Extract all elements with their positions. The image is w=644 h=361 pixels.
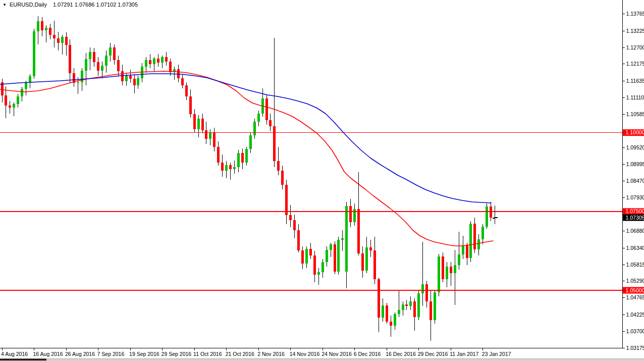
price-tick-label: 1.05815	[626, 262, 644, 268]
bull-candle-body	[197, 119, 200, 130]
bull-candle-body	[249, 135, 252, 149]
bull-candle-body	[29, 76, 31, 82]
bull-candle-body	[145, 60, 147, 66]
date-tick-label: 6 Dec 2016	[354, 351, 381, 357]
bull-candle-body	[409, 301, 412, 306]
bear-candle-body	[293, 220, 296, 230]
bull-candle-body	[438, 256, 440, 292]
bull-candle-body	[245, 149, 248, 163]
bear-candle-body	[133, 79, 136, 85]
bear-candle-body	[313, 255, 316, 274]
bear-candle-body	[273, 126, 276, 161]
bull-candle-body	[153, 59, 155, 64]
date-tick-label: 19 Sep 2016	[129, 351, 159, 357]
bull-candle-body	[446, 267, 448, 280]
date-tick-label: 21 Oct 2016	[226, 351, 254, 357]
date-tick-label: 7 Sep 2016	[97, 351, 125, 357]
bull-candle-body	[233, 167, 236, 169]
bull-candle-body	[417, 293, 420, 317]
price-tick-label: 1.08995	[626, 161, 644, 167]
bear-candle-body	[309, 249, 312, 256]
bull-candle-body	[353, 209, 356, 222]
bull-candle-body	[434, 292, 436, 320]
bull-candle-body	[45, 28, 47, 30]
level-price-tag-label: 1.05000	[626, 287, 644, 293]
bear-candle-body	[157, 59, 159, 63]
date-tick-label: 16 Dec 2016	[386, 351, 416, 357]
bear-candle-body	[386, 305, 388, 322]
price-tick-label: 1.10585	[626, 111, 644, 117]
bull-candle-body	[37, 21, 39, 31]
price-tick-label: 1.04765	[626, 294, 644, 300]
price-tick-label: 1.03700	[626, 328, 644, 334]
bottom-strip	[0, 358, 644, 361]
bull-candle-body	[345, 206, 348, 272]
bear-candle-body	[97, 62, 99, 71]
price-tick-label: 1.13765	[626, 11, 644, 17]
chart-plot-area[interactable]	[0, 0, 644, 361]
bull-candle-body	[382, 305, 384, 318]
price-tick-label: 1.12700	[626, 44, 644, 50]
bear-candle-body	[93, 52, 95, 62]
price-axis[interactable]: 1.137651.132251.127001.121751.116351.111…	[623, 11, 644, 351]
bottom-strip-bg	[0, 359, 644, 361]
chart-title-bar: ▼ EURUSD,Daily 1.07291 1.07686 1.07102 1…	[3, 2, 138, 8]
bear-candle-body	[442, 256, 444, 279]
symbol-collapse-icon[interactable]: ▼	[3, 2, 7, 8]
bear-candle-body	[117, 60, 120, 71]
bear-candle-body	[181, 78, 184, 85]
bull-candle-body	[394, 314, 396, 326]
bull-candle-body	[341, 238, 344, 240]
date-tick-label: 11 Oct 2016	[193, 351, 222, 357]
date-tick-label: 4 Aug 2016	[1, 351, 28, 357]
price-tick-label: 1.06880	[626, 228, 644, 234]
bull-candle-body	[477, 239, 480, 249]
date-tick-label: 16 Aug 2016	[33, 351, 63, 357]
bull-candle-body	[486, 207, 488, 227]
date-tick-label: 2 Nov 2016	[257, 351, 285, 357]
bear-candle-body	[229, 165, 232, 169]
bull-candle-body	[105, 56, 108, 66]
bear-candle-body	[281, 171, 284, 185]
bull-candle-body	[17, 96, 19, 104]
bull-candle-body	[402, 304, 404, 310]
bull-candle-body	[330, 244, 332, 250]
bear-candle-body	[53, 35, 56, 38]
bull-candle-body	[33, 31, 35, 77]
bear-candle-body	[269, 120, 272, 126]
bear-candle-body	[189, 96, 192, 115]
bull-candle-body	[225, 165, 228, 171]
price-tick-label: 1.11110	[626, 94, 644, 100]
chart-symbol-timeframe: EURUSD,Daily	[10, 2, 47, 8]
scrollbar-thumb[interactable]	[0, 359, 46, 361]
candlestick-chart[interactable]: 1.137651.132251.127001.121751.116351.111…	[0, 0, 644, 361]
price-tick-label: 1.06340	[626, 245, 644, 251]
bear-candle-body	[185, 85, 188, 96]
bear-candle-body	[65, 37, 68, 45]
bear-candle-body	[405, 304, 408, 306]
bull-candle-body	[61, 37, 64, 43]
bear-candle-body	[5, 95, 7, 106]
bear-candle-body	[41, 21, 43, 30]
price-tick-label: 1.12175	[626, 61, 644, 67]
bull-candle-body	[305, 249, 308, 264]
bear-candle-body	[57, 38, 60, 43]
bull-candle-body	[257, 114, 260, 122]
bull-candle-body	[481, 227, 484, 239]
bear-candle-body	[450, 267, 452, 273]
date-tick-label: 23 Jan 2017	[482, 351, 511, 357]
bull-candle-body	[462, 245, 464, 254]
bull-candle-body	[77, 82, 79, 83]
bear-candle-body	[149, 60, 151, 64]
bear-candle-body	[430, 301, 432, 320]
bull-candle-body	[137, 78, 139, 85]
bear-candle-body	[466, 245, 468, 258]
bull-candle-body	[21, 89, 23, 96]
bear-candle-body	[201, 119, 204, 130]
mt4-chart-window: 1.137651.132251.127001.121751.116351.111…	[0, 0, 644, 361]
bull-candle-body	[109, 47, 112, 56]
bear-candle-body	[473, 224, 476, 249]
bull-candle-body	[365, 247, 368, 271]
bear-candle-body	[69, 45, 71, 73]
bull-candle-body	[321, 262, 324, 272]
